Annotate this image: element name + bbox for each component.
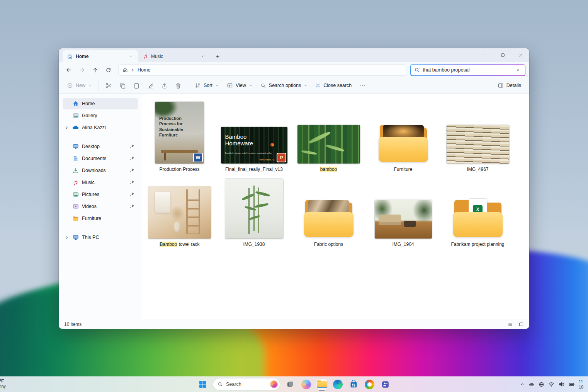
maximize-button[interactable] (494, 48, 512, 61)
file-tile-final-v13[interactable]: Bamboo Homeware Durable by design, styli… (217, 97, 291, 174)
chevron-down-icon (215, 84, 219, 87)
file-tile-img-4967[interactable]: IMG_4967 (440, 97, 515, 174)
tab-music[interactable]: Music (138, 50, 210, 62)
search-input[interactable] (423, 67, 512, 73)
sidebar-item-furniture[interactable]: Furniture (63, 213, 138, 224)
more-options-button[interactable] (356, 80, 369, 91)
file-tile-fabrikam-project-planning[interactable]: X Fabrikam project planning (440, 176, 515, 249)
battery-icon[interactable] (568, 381, 575, 388)
file-explorer-icon[interactable] (316, 379, 327, 390)
sidebar-item-desktop[interactable]: Desktop (63, 141, 138, 152)
share-button[interactable] (158, 80, 171, 91)
refresh-button[interactable] (102, 64, 114, 76)
file-name: Fabric options (314, 242, 343, 248)
folder-front (453, 212, 503, 237)
file-tile-furniture-folder[interactable]: Furniture (366, 97, 440, 174)
file-name: bamboo (320, 167, 337, 173)
sidebar-item-downloads[interactable]: Downloads (63, 165, 138, 176)
chevron-right-icon[interactable] (64, 126, 69, 130)
copy-button[interactable] (116, 80, 129, 91)
sidebar-item-documents[interactable]: Documents (63, 153, 138, 164)
sidebar-item-home[interactable]: Home (63, 98, 138, 109)
sort-button-label: Sort (204, 83, 212, 88)
cut-button[interactable] (102, 80, 115, 91)
sidebar-item-this-pc[interactable]: This PC (63, 232, 138, 243)
network-icon[interactable] (539, 382, 544, 387)
pin-icon (130, 192, 135, 197)
sidebar-item-onedrive[interactable]: Alina Kazzi (63, 122, 138, 133)
music-icon (72, 179, 79, 186)
copilot-icon[interactable] (301, 379, 311, 390)
home-icon (72, 101, 79, 107)
sort-button[interactable]: Sort (191, 80, 223, 91)
file-name: IMG_1904 (392, 242, 414, 248)
breadcrumb[interactable]: Home (118, 64, 406, 76)
chevron-down-icon (304, 84, 308, 87)
details-button-label: Details (506, 83, 521, 88)
file-tile-fabric-options[interactable]: Fabric options (291, 176, 366, 249)
downloads-icon (72, 167, 79, 174)
bamboo-leaf (301, 150, 317, 155)
search-icon (260, 83, 266, 89)
back-button[interactable] (63, 64, 75, 76)
dried-flowers-decoration (170, 206, 185, 221)
file-tile-bamboo[interactable]: bamboo (291, 97, 366, 174)
gallery-icon (72, 112, 79, 119)
delete-button[interactable] (172, 80, 185, 91)
tab-home[interactable]: Home (63, 50, 138, 62)
tab-label: Home (76, 54, 124, 59)
search-box[interactable] (411, 65, 525, 75)
window-blinds (447, 125, 509, 164)
list-view-icon[interactable] (508, 322, 513, 327)
item-count: 10 items (64, 322, 82, 327)
details-button[interactable]: Details (494, 80, 525, 91)
minimize-button[interactable] (476, 48, 494, 61)
volume-icon[interactable] (558, 381, 564, 387)
forward-button[interactable] (76, 64, 88, 76)
wifi-icon[interactable] (548, 381, 554, 387)
music-note-icon (143, 54, 148, 59)
tab-close-icon[interactable] (199, 53, 206, 60)
search-options-button[interactable]: Search options (257, 80, 311, 91)
taskbar-search[interactable]: Search (213, 378, 280, 390)
view-button-label: View (236, 83, 246, 88)
photos-icon[interactable] (364, 379, 375, 390)
new-tab-button[interactable] (212, 51, 223, 62)
file-tile-img-1938[interactable]: IMG_1938 (217, 176, 291, 249)
sidebar-item-videos[interactable]: Videos (63, 201, 138, 212)
home-icon (67, 54, 73, 59)
files-view: Production Process for Sustainable Furni… (142, 94, 529, 319)
view-button[interactable]: View (223, 80, 256, 91)
rename-button[interactable] (144, 80, 157, 91)
close-button[interactable] (512, 48, 529, 61)
start-button[interactable] (197, 379, 208, 390)
teams-icon[interactable] (380, 379, 391, 390)
sidebar-item-pictures[interactable]: Pictures (63, 189, 138, 200)
store-icon[interactable] (348, 379, 359, 390)
thumbnail-view-icon[interactable] (518, 322, 524, 327)
task-view-button[interactable] (285, 379, 296, 390)
sidebar-item-label: Videos (82, 204, 97, 209)
weather-widget[interactable]: 8°F unny (0, 378, 6, 389)
file-name: IMG_1938 (243, 242, 265, 248)
tab-label: Music (151, 54, 196, 59)
onedrive-tray-icon[interactable] (529, 381, 535, 387)
pin-icon (130, 144, 135, 149)
edge-icon[interactable] (332, 379, 343, 390)
sidebar-item-music[interactable]: Music (63, 177, 138, 188)
breadcrumb-item[interactable]: Home (138, 67, 150, 73)
clear-search-icon[interactable] (514, 66, 522, 74)
clock[interactable]: 11 10 (579, 379, 587, 390)
up-button[interactable] (89, 64, 101, 76)
chevron-up-icon[interactable] (520, 382, 525, 387)
file-tile-img-1904[interactable]: IMG_1904 (366, 176, 440, 249)
file-tile-production-process[interactable]: Production Process for Sustainable Furni… (142, 97, 217, 174)
paste-button[interactable] (130, 80, 143, 91)
chevron-right-icon[interactable] (64, 236, 69, 239)
tab-close-icon[interactable] (127, 53, 134, 60)
close-search-button[interactable]: Close search (312, 80, 355, 91)
file-name: Fabrikam project planning (451, 242, 504, 248)
file-tile-bamboo-towel-rack[interactable]: Bamboo towel rack (142, 176, 217, 249)
new-button[interactable]: New (63, 80, 95, 91)
sidebar-item-gallery[interactable]: Gallery (63, 110, 138, 121)
